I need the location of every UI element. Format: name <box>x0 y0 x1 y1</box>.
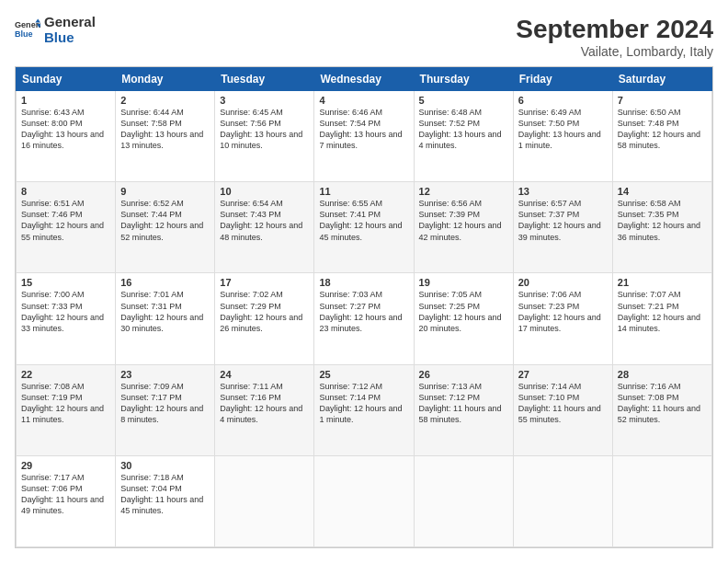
day-number: 16 <box>120 277 210 288</box>
table-row: 19Sunrise: 7:05 AMSunset: 7:25 PMDayligh… <box>414 273 513 364</box>
table-row: 13Sunrise: 6:57 AMSunset: 7:37 PMDayligh… <box>513 182 612 273</box>
day-info: Sunrise: 7:11 AMSunset: 7:16 PMDaylight:… <box>220 381 309 426</box>
logo: General Blue General Blue <box>15 15 96 45</box>
table-row: 25Sunrise: 7:12 AMSunset: 7:14 PMDayligh… <box>314 364 414 455</box>
logo-general: General <box>44 15 96 30</box>
day-info: Sunrise: 7:01 AMSunset: 7:31 PMDaylight:… <box>120 289 210 334</box>
day-info: Sunrise: 7:14 AMSunset: 7:10 PMDaylight:… <box>518 381 608 426</box>
day-number: 13 <box>518 186 608 197</box>
day-number: 3 <box>220 95 309 106</box>
table-row: 16Sunrise: 7:01 AMSunset: 7:31 PMDayligh… <box>116 273 215 364</box>
day-info: Sunrise: 6:58 AMSunset: 7:35 PMDaylight:… <box>618 198 707 243</box>
day-number: 26 <box>419 369 508 380</box>
page: General Blue General Blue September 2024… <box>0 0 728 563</box>
day-number: 11 <box>319 186 408 197</box>
day-info: Sunrise: 7:00 AMSunset: 7:33 PMDaylight:… <box>21 289 110 334</box>
table-row: 21Sunrise: 7:07 AMSunset: 7:21 PMDayligh… <box>612 273 711 364</box>
col-saturday: Saturday <box>612 68 711 91</box>
table-row: 5Sunrise: 6:48 AMSunset: 7:52 PMDaylight… <box>414 91 513 182</box>
svg-text:Blue: Blue <box>15 29 33 39</box>
day-info: Sunrise: 6:48 AMSunset: 7:52 PMDaylight:… <box>419 107 508 152</box>
day-number: 12 <box>419 186 508 197</box>
day-number: 1 <box>21 95 110 106</box>
table-row: 30Sunrise: 7:18 AMSunset: 7:04 PMDayligh… <box>116 455 215 546</box>
calendar-row: 22Sunrise: 7:08 AMSunset: 7:19 PMDayligh… <box>17 364 712 455</box>
day-number: 28 <box>618 369 707 380</box>
day-number: 25 <box>319 369 408 380</box>
table-row: 2Sunrise: 6:44 AMSunset: 7:58 PMDaylight… <box>116 91 215 182</box>
header: General Blue General Blue September 2024… <box>15 15 713 59</box>
table-row: 18Sunrise: 7:03 AMSunset: 7:27 PMDayligh… <box>314 273 414 364</box>
day-info: Sunrise: 6:45 AMSunset: 7:56 PMDaylight:… <box>220 107 309 152</box>
day-number: 23 <box>120 369 210 380</box>
day-number: 2 <box>120 95 210 106</box>
calendar-row: 15Sunrise: 7:00 AMSunset: 7:33 PMDayligh… <box>17 273 712 364</box>
day-info: Sunrise: 6:57 AMSunset: 7:37 PMDaylight:… <box>518 198 608 243</box>
table-row: 22Sunrise: 7:08 AMSunset: 7:19 PMDayligh… <box>17 364 116 455</box>
day-number: 29 <box>21 460 110 471</box>
day-number: 18 <box>319 277 408 288</box>
day-number: 21 <box>618 277 707 288</box>
table-row: 10Sunrise: 6:54 AMSunset: 7:43 PMDayligh… <box>215 182 314 273</box>
day-number: 8 <box>21 186 110 197</box>
day-info: Sunrise: 7:16 AMSunset: 7:08 PMDaylight:… <box>618 381 707 426</box>
table-row: 23Sunrise: 7:09 AMSunset: 7:17 PMDayligh… <box>116 364 215 455</box>
table-row: 17Sunrise: 7:02 AMSunset: 7:29 PMDayligh… <box>215 273 314 364</box>
day-number: 6 <box>518 95 608 106</box>
header-row: Sunday Monday Tuesday Wednesday Thursday… <box>17 68 712 91</box>
table-row <box>513 455 612 546</box>
day-info: Sunrise: 6:52 AMSunset: 7:44 PMDaylight:… <box>120 198 210 243</box>
table-row: 1Sunrise: 6:43 AMSunset: 8:00 PMDaylight… <box>17 91 116 182</box>
table-row: 14Sunrise: 6:58 AMSunset: 7:35 PMDayligh… <box>612 182 711 273</box>
day-info: Sunrise: 6:56 AMSunset: 7:39 PMDaylight:… <box>419 198 508 243</box>
table-row <box>612 455 711 546</box>
day-number: 19 <box>419 277 508 288</box>
day-number: 5 <box>419 95 508 106</box>
day-info: Sunrise: 7:18 AMSunset: 7:04 PMDaylight:… <box>120 472 210 517</box>
logo-blue: Blue <box>44 30 96 46</box>
table-row: 20Sunrise: 7:06 AMSunset: 7:23 PMDayligh… <box>513 273 612 364</box>
day-info: Sunrise: 6:49 AMSunset: 7:50 PMDaylight:… <box>518 107 608 152</box>
day-info: Sunrise: 6:50 AMSunset: 7:48 PMDaylight:… <box>618 107 707 152</box>
table-row: 29Sunrise: 7:17 AMSunset: 7:06 PMDayligh… <box>17 455 116 546</box>
day-number: 10 <box>220 186 309 197</box>
table-row: 7Sunrise: 6:50 AMSunset: 7:48 PMDaylight… <box>612 91 711 182</box>
day-number: 22 <box>21 369 110 380</box>
calendar-row: 8Sunrise: 6:51 AMSunset: 7:46 PMDaylight… <box>17 182 712 273</box>
table-row: 12Sunrise: 6:56 AMSunset: 7:39 PMDayligh… <box>414 182 513 273</box>
col-monday: Monday <box>116 68 215 91</box>
day-info: Sunrise: 7:03 AMSunset: 7:27 PMDaylight:… <box>319 289 408 334</box>
table-row: 3Sunrise: 6:45 AMSunset: 7:56 PMDaylight… <box>215 91 314 182</box>
location: Vailate, Lombardy, Italy <box>516 44 713 59</box>
col-thursday: Thursday <box>414 68 513 91</box>
day-info: Sunrise: 6:43 AMSunset: 8:00 PMDaylight:… <box>21 107 110 152</box>
day-number: 17 <box>220 277 309 288</box>
day-info: Sunrise: 6:46 AMSunset: 7:54 PMDaylight:… <box>319 107 408 152</box>
day-info: Sunrise: 6:44 AMSunset: 7:58 PMDaylight:… <box>120 107 210 152</box>
table-row <box>314 455 414 546</box>
table-row: 9Sunrise: 6:52 AMSunset: 7:44 PMDaylight… <box>116 182 215 273</box>
day-info: Sunrise: 7:07 AMSunset: 7:21 PMDaylight:… <box>618 289 707 334</box>
table-row: 4Sunrise: 6:46 AMSunset: 7:54 PMDaylight… <box>314 91 414 182</box>
table-row: 8Sunrise: 6:51 AMSunset: 7:46 PMDaylight… <box>17 182 116 273</box>
day-number: 4 <box>319 95 408 106</box>
col-tuesday: Tuesday <box>215 68 314 91</box>
day-info: Sunrise: 6:54 AMSunset: 7:43 PMDaylight:… <box>220 198 309 243</box>
day-info: Sunrise: 6:51 AMSunset: 7:46 PMDaylight:… <box>21 198 110 243</box>
table-row: 11Sunrise: 6:55 AMSunset: 7:41 PMDayligh… <box>314 182 414 273</box>
day-info: Sunrise: 7:08 AMSunset: 7:19 PMDaylight:… <box>21 381 110 426</box>
col-wednesday: Wednesday <box>314 68 414 91</box>
calendar-row: 1Sunrise: 6:43 AMSunset: 8:00 PMDaylight… <box>17 91 712 182</box>
col-friday: Friday <box>513 68 612 91</box>
calendar: Sunday Monday Tuesday Wednesday Thursday… <box>15 66 713 548</box>
title-block: September 2024 Vailate, Lombardy, Italy <box>516 15 713 59</box>
table-row: 26Sunrise: 7:13 AMSunset: 7:12 PMDayligh… <box>414 364 513 455</box>
col-sunday: Sunday <box>17 68 116 91</box>
calendar-row: 29Sunrise: 7:17 AMSunset: 7:06 PMDayligh… <box>17 455 712 546</box>
day-info: Sunrise: 7:02 AMSunset: 7:29 PMDaylight:… <box>220 289 309 334</box>
day-number: 7 <box>618 95 707 106</box>
day-info: Sunrise: 7:12 AMSunset: 7:14 PMDaylight:… <box>319 381 408 426</box>
table-row: 15Sunrise: 7:00 AMSunset: 7:33 PMDayligh… <box>17 273 116 364</box>
day-number: 27 <box>518 369 608 380</box>
day-number: 9 <box>120 186 210 197</box>
